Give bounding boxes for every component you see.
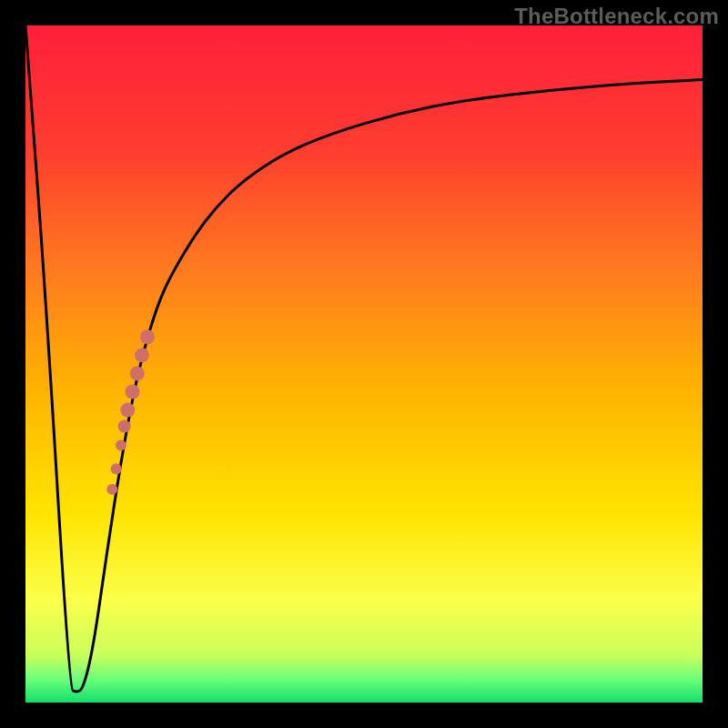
chart-frame: TheBottleneck.com	[0, 0, 728, 728]
highlight-segment	[126, 385, 140, 399]
highlight-point	[116, 440, 126, 450]
watermark-text: TheBottleneck.com	[514, 4, 719, 29]
plot-svg	[25, 25, 703, 703]
highlight-segment	[130, 366, 145, 380]
highlight-point	[111, 463, 122, 474]
highlight-segment	[140, 329, 155, 344]
highlight-point	[106, 484, 117, 495]
highlight-segment	[120, 403, 135, 418]
plot-area	[25, 25, 703, 703]
highlight-segment	[135, 348, 149, 362]
highlight-segment	[118, 420, 131, 432]
gradient-background	[25, 25, 703, 703]
